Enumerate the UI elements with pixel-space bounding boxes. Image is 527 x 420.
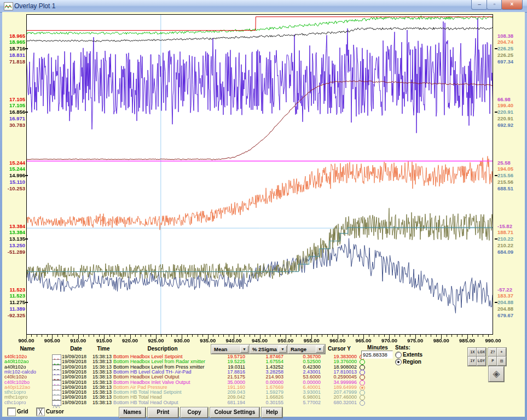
legend-row-c40lc102o[interactable]: c40lc102o19/09/201815:38:13Bottom Headbo… [0, 375, 372, 380]
cell-cy: 17.810013 [322, 370, 357, 375]
x-axis-rescale-button[interactable]: 1X [468, 348, 477, 357]
cell-desc: Bottom HB Level Calcd TH- Air-Pad [113, 370, 212, 375]
copy-button[interactable]: Copy [181, 407, 208, 418]
titlebar[interactable]: Overlay Plot 1 – ▫ × [0, 0, 527, 13]
col-header-description[interactable]: Description [113, 346, 212, 352]
axis-value-label: 226.25 [497, 52, 520, 59]
legend-row-mlc102-calcdo[interactable]: mlc102-calcdo19/09/201815:38:13Bottom HB… [0, 370, 372, 375]
cell-mean: 19.5225 [211, 359, 245, 364]
x-axis-tick-label: 920.00 [117, 337, 143, 343]
cell-name: s40lc102o [4, 354, 50, 359]
left-axis-group: 17.10517.10516.85616.97130.783 [2, 96, 25, 128]
legend-row-a40lt102ao[interactable]: a40lt102ao19/09/201815:38:13Bottom Headb… [0, 359, 372, 364]
cell-desc: Bottom HB Total Head Setpoint [113, 390, 212, 395]
cell-time: 15:38:13 [92, 385, 113, 390]
cell-mean: 17.8816 [211, 370, 245, 375]
axis-value-label: 215.56 [497, 179, 520, 185]
cell-time: 15:38:13 [92, 354, 113, 359]
cell-range: 0.52500 [288, 359, 321, 364]
axis-value-label: 13.384 [2, 229, 25, 236]
axis-value-label: 204.74 [497, 39, 520, 45]
stats-extents-radio[interactable] [395, 352, 402, 358]
minimize-button[interactable]: – [471, 0, 488, 10]
cursor-checkbox[interactable]: ╳ [37, 408, 44, 416]
cell-mean: 19.5710 [211, 354, 245, 359]
legend-row-a40pi122ao[interactable]: a40pi122ao19/09/201815:38:13Bottom Air P… [0, 385, 372, 390]
col-header-name[interactable]: Name [4, 346, 50, 352]
x-axis-tick-label: 980.00 [428, 337, 454, 343]
legend-row-s40lc102o[interactable]: s40lc102o19/09/201815:38:13Bottom Headbo… [0, 354, 372, 359]
right-axis-group: 108.38204.74226.25226.25697.34 [497, 33, 520, 65]
cell-time: 15:38:13 [92, 380, 113, 385]
pen-select-radio[interactable] [360, 400, 365, 406]
names-button[interactable]: Names [119, 407, 146, 418]
minutes-input[interactable] [361, 351, 393, 359]
zoom-query-button[interactable]: Z? [488, 348, 497, 357]
chevron-down-icon[interactable]: ▼ [240, 346, 248, 353]
axis-value-label: 11.523 [2, 293, 25, 299]
cell-time: 15:38:13 [92, 395, 113, 400]
close-button[interactable]: × [501, 0, 523, 10]
col-header-date[interactable]: Date [62, 346, 90, 352]
x-axis-tick-label: 975.00 [402, 337, 428, 343]
axis-value-label: 679.67 [497, 312, 520, 319]
print-button[interactable]: Print [148, 407, 178, 418]
pan-hand-button[interactable]: P [488, 357, 497, 366]
axis-value-label: 688.51 [497, 185, 520, 192]
stats-extents-label[interactable]: Extents [403, 352, 422, 358]
cell-range: 5.77002 [288, 400, 321, 405]
cell-sigma: 3.28258 [250, 370, 283, 375]
axis-value-label: 18.965 [2, 33, 25, 39]
mean-dropdown[interactable]: Mean ▼ [211, 345, 250, 354]
col-header-time[interactable]: Time [92, 346, 114, 352]
right-axis-group: -15.82188.71210.22210.22684.09 [497, 223, 520, 255]
legend-row-mthc1opro[interactable]: mthc1opro19/09/201815:38:13Bottom HB Tot… [0, 395, 372, 400]
cell-range: 53.6000 [288, 375, 321, 380]
axis-value-label: 204.88 [497, 299, 520, 306]
help-button[interactable]: Help [262, 407, 282, 418]
cursor-crosshair-button[interactable]: + [497, 348, 506, 357]
cell-sigma: 1.87467 [250, 354, 283, 359]
axis-value-label: 16.971 [2, 115, 25, 122]
legend-row-cthc1opro[interactable]: cthc1opro19/09/201815:38:13Bottom HB Tot… [0, 400, 372, 405]
legend-row-a40lt102o[interactable]: a40lt102o19/09/201815:38:13Bottom Headbo… [0, 365, 372, 370]
y-axis-rescale-button[interactable]: 1Y [468, 357, 477, 366]
legend-row-sthc1opro[interactable]: sthc1opro19/09/201815:38:13Bottom HB Tot… [0, 390, 372, 395]
sigma-dropdown[interactable]: % 2Sigma ▼ [250, 345, 288, 354]
cell-range: 0.36700 [288, 354, 321, 359]
axis-value-label: -10.253 [2, 185, 25, 192]
axis-value-label: 13.135 [2, 236, 25, 242]
pan-diamond-button[interactable]: ◈ [489, 366, 504, 382]
y-axis-lin-log-button[interactable]: LGY [477, 357, 486, 366]
stats-label: Stats: [395, 345, 410, 351]
maximize-button[interactable]: ▫ [487, 0, 502, 10]
x-axis-tick-label: 940.00 [221, 337, 247, 343]
axis-value-label: 226.25 [497, 45, 520, 52]
axis-value-label: 199.40 [497, 102, 520, 109]
cell-cy: 18.908002 [322, 365, 357, 370]
axis-value-label: 66.98 [497, 96, 520, 103]
x-axis-tick-label: 905.00 [39, 337, 65, 343]
grid-checkbox[interactable] [8, 408, 15, 416]
axis-value-label: 210.22 [497, 236, 520, 242]
range-dropdown[interactable]: Range ▼ [288, 345, 325, 354]
chevron-down-icon[interactable]: ▼ [279, 346, 287, 353]
stats-region-radio[interactable] [395, 359, 402, 365]
trend-plot-canvas[interactable] [26, 14, 493, 340]
stats-region-label[interactable]: Region [403, 359, 421, 365]
cell-cy: 207.46000 [322, 395, 357, 400]
cell-sigma: 0.00000 [250, 380, 283, 385]
colour-settings-button[interactable]: Colour Settings [210, 407, 259, 418]
cell-sigma: 1.43252 [250, 365, 283, 370]
x-axis-lin-log-button[interactable]: LGX [477, 348, 486, 357]
x-axis-tick-label: 950.00 [273, 337, 299, 343]
axis-value-label: 210.22 [497, 242, 520, 249]
zoom-region-button[interactable]: ▨ [497, 357, 506, 366]
cell-sigma: 1.67669 [250, 385, 283, 390]
legend-row-c40lc102bo[interactable]: c40lc102bo19/09/201815:38:13Bottom Headb… [0, 380, 372, 385]
cell-range: 0.42300 [288, 365, 321, 370]
right-axis-group: 25.58194.05215.56215.56688.51 [497, 160, 520, 191]
cell-name: c40lc102o [4, 375, 50, 380]
line-style-icon[interactable] [52, 400, 61, 406]
axis-tick-mark [495, 238, 497, 240]
